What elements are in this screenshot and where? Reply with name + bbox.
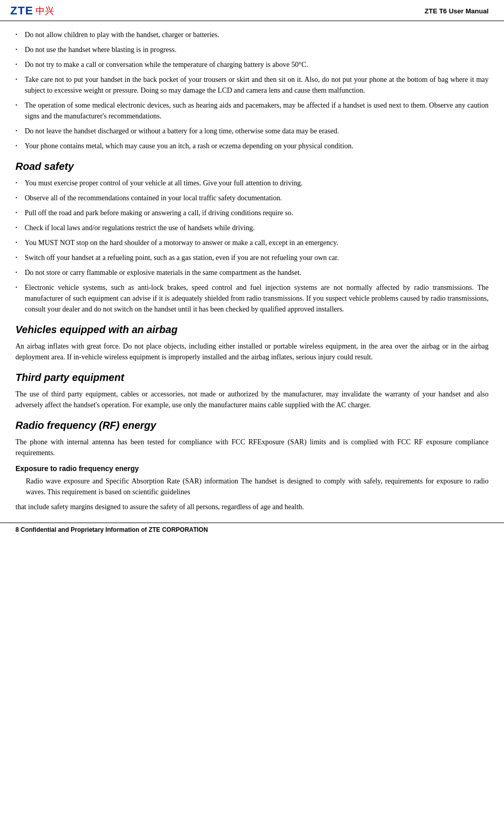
bullet-content: Observe all of the recommendations conta… [25,193,489,203]
list-item: · Do not use the handset where blasting … [15,44,489,55]
vehicles-airbag-paragraph: An airbag inflates with great force. Do … [15,341,489,362]
list-item: · Do not try to make a call or conversat… [15,59,489,70]
bullet-dot: · [15,178,25,188]
list-item: · Check if local laws and/or regulations… [15,222,489,233]
bullet-dot: · [15,29,25,40]
bullet-content: Do not leave the handset discharged or w… [25,126,489,136]
bullet-dot: · [15,100,25,122]
bullet-dot: · [15,267,25,278]
road-safety-heading: Road safety [15,161,489,172]
list-item: · Observe all of the recommendations con… [15,193,489,203]
page-footer: 8 Confidential and Proprietary Informati… [0,523,504,533]
bullet-dot: · [15,207,25,218]
zte-chinese-logo: 中兴 [36,5,54,17]
list-item: · Switch off your handset at a refueling… [15,252,489,263]
bullet-content: Do not use the handset where blasting is… [25,44,489,55]
bullet-content: You MUST NOT stop on the hard shoulder o… [25,237,489,248]
bullet-dot: · [15,44,25,55]
list-item: · You MUST NOT stop on the hard shoulder… [15,237,489,248]
list-item: · Pull off the road and park before maki… [15,207,489,218]
bullet-dot: · [15,282,25,315]
zte-logo: ZTE [10,4,33,18]
bullet-content: The operation of some medical electronic… [25,100,489,122]
bullet-dot: · [15,237,25,248]
rf-exposure-subheading: Exposure to radio frequency energy [15,464,489,473]
bullet-content: Switch off your handset at a refueling p… [25,252,489,263]
bullet-content: Do not allow children to play with the h… [25,29,489,40]
list-item: · Your phone contains metal, which may c… [15,141,489,151]
list-item: · Do not leave the handset discharged or… [15,126,489,136]
bullet-content: Pull off the road and park before making… [25,207,489,218]
list-item: · Do not allow children to play with the… [15,29,489,40]
footer-text: 8 Confidential and Proprietary Informati… [15,526,208,533]
page-header: ZTE 中兴 ZTE T6 User Manual [0,0,504,21]
list-item: · Do not store or carry flammable or exp… [15,267,489,278]
list-item: · Electronic vehicle systems, such as an… [15,282,489,315]
vehicles-airbag-heading: Vehicles equipped with an airbag [15,324,489,336]
bullet-content: Electronic vehicle systems, such as anti… [25,282,489,315]
page: ZTE 中兴 ZTE T6 User Manual · Do not allow… [0,0,504,815]
bullet-dot: · [15,59,25,70]
rf-exposure-paragraph3: that include safety margins designed to … [15,501,489,512]
bullet-content: Do not try to make a call or conversatio… [25,59,489,70]
bullet-dot: · [15,141,25,151]
bullet-content: Check if local laws and/or regulations r… [25,222,489,233]
list-item: · The operation of some medical electron… [15,100,489,122]
bullet-dot: · [15,74,25,96]
rf-energy-paragraph1: The phone with internal antenna has been… [15,437,489,458]
rf-energy-heading: Radio frequency (RF) energy [15,420,489,431]
third-party-heading: Third party equipment [15,372,489,384]
bullet-content: Take care not to put your handset in the… [25,74,489,96]
logo-area: ZTE 中兴 [10,4,54,18]
bullet-dot: · [15,222,25,233]
bullet-content: Do not store or carry flammable or explo… [25,267,489,278]
bullet-content: You must exercise proper control of your… [25,178,489,188]
main-content: · Do not allow children to play with the… [0,29,504,512]
bullet-dot: · [15,252,25,263]
list-item: · Take care not to put your handset in t… [15,74,489,96]
rf-exposure-paragraph2: Radio wave exposure and Specific Absorpt… [15,476,489,497]
bullet-content: Your phone contains metal, which may cau… [25,141,489,151]
bullet-dot: · [15,193,25,203]
manual-title: ZTE T6 User Manual [425,7,489,15]
bullet-dot: · [15,126,25,136]
list-item: · You must exercise proper control of yo… [15,178,489,188]
third-party-paragraph: The use of third party equipment, cables… [15,389,489,410]
